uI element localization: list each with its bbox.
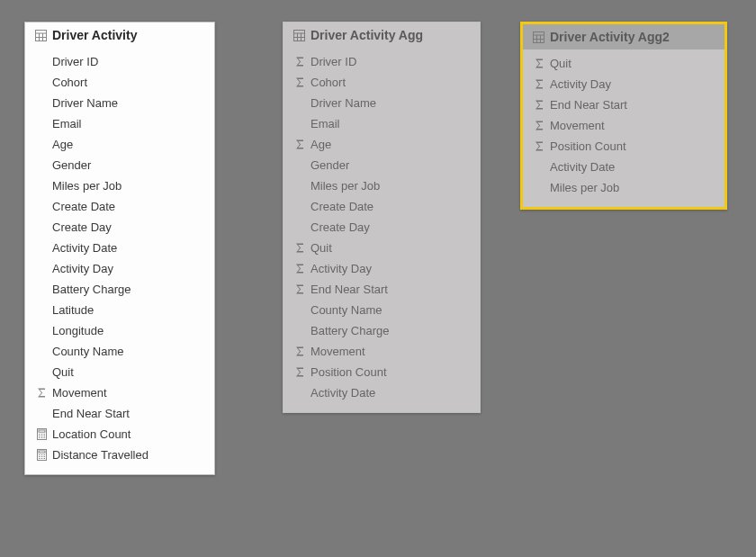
field-label: Movement — [309, 345, 365, 358]
field-row[interactable]: End Near Start — [32, 403, 207, 424]
field-row[interactable]: Battery Charge — [32, 279, 207, 300]
field-row[interactable]: Location Count — [32, 424, 207, 445]
field-row[interactable]: Quit — [530, 53, 717, 74]
field-label: Activity Date — [50, 241, 117, 255]
svg-rect-0 — [35, 30, 46, 40]
table-header[interactable]: Driver Activity Agg — [284, 22, 480, 48]
field-row[interactable]: Age — [291, 134, 472, 155]
sigma-icon — [530, 77, 548, 92]
blank-icon — [291, 324, 309, 338]
field-row[interactable]: Gender — [291, 155, 472, 175]
blank-icon — [291, 303, 309, 318]
field-label: Gender — [309, 158, 349, 172]
field-row[interactable]: Latitude — [32, 300, 207, 320]
field-row[interactable]: Movement — [32, 382, 207, 403]
field-label: Activity Date — [309, 386, 375, 400]
field-label: Cohort — [309, 76, 346, 89]
field-row[interactable]: End Near Start — [530, 94, 717, 115]
field-label: Activity Day — [548, 77, 611, 91]
blank-icon — [32, 158, 50, 173]
field-label: End Near Start — [548, 98, 627, 112]
field-label: Age — [50, 138, 73, 151]
field-row[interactable]: Position Count — [530, 136, 717, 157]
field-label: Movement — [50, 386, 107, 400]
table-header[interactable]: Driver Activity — [25, 22, 214, 48]
field-label: Miles per Job — [309, 179, 380, 193]
field-row[interactable]: County Name — [291, 300, 472, 320]
field-label: Battery Charge — [50, 283, 130, 296]
field-label: Age — [309, 138, 331, 151]
table-card-driver-activity-agg[interactable]: Driver Activity Agg Driver IDCohortDrive… — [283, 22, 481, 413]
field-row[interactable]: Driver Name — [32, 93, 207, 113]
field-row[interactable]: Age — [32, 134, 207, 155]
blank-icon — [530, 181, 548, 195]
field-row[interactable]: Email — [32, 113, 207, 134]
field-row[interactable]: Distance Travelled — [32, 445, 207, 465]
field-label: Quit — [548, 57, 572, 70]
sigma-icon — [291, 365, 309, 380]
sigma-icon — [530, 98, 548, 112]
field-row[interactable]: Driver ID — [291, 51, 472, 72]
model-canvas[interactable]: Driver Activity Driver IDCohortDriver Na… — [0, 0, 756, 557]
sigma-icon — [291, 345, 309, 359]
blank-icon — [291, 220, 309, 235]
table-icon — [32, 28, 49, 42]
sigma-icon — [291, 76, 309, 90]
field-row[interactable]: Create Day — [291, 217, 472, 238]
field-label: Miles per Job — [548, 181, 619, 194]
field-list: QuitActivity DayEnd Near StartMovementPo… — [523, 49, 724, 207]
field-row[interactable]: Miles per Job — [32, 175, 207, 196]
field-row[interactable]: Position Count — [291, 362, 472, 382]
field-row[interactable]: Create Date — [32, 196, 207, 217]
blank-icon — [32, 365, 50, 380]
table-card-driver-activity[interactable]: Driver Activity Driver IDCohortDriver Na… — [24, 22, 215, 475]
blank-icon — [32, 407, 50, 421]
sigma-icon — [530, 139, 548, 154]
field-label: Quit — [309, 241, 332, 255]
field-row[interactable]: Activity Date — [32, 238, 207, 258]
field-row[interactable]: County Name — [32, 341, 207, 362]
field-row[interactable]: Battery Charge — [291, 320, 472, 341]
field-list: Driver IDCohortDriver NameEmailAgeGender… — [25, 48, 214, 474]
field-row[interactable]: Activity Date — [291, 382, 472, 403]
sigma-icon — [291, 283, 309, 297]
field-label: Movement — [548, 119, 605, 132]
blank-icon — [32, 117, 50, 131]
field-row[interactable]: Longitude — [32, 320, 207, 341]
field-label: End Near Start — [50, 407, 130, 420]
field-row[interactable]: Quit — [291, 238, 472, 258]
field-row[interactable]: Miles per Job — [291, 175, 472, 196]
field-label: Cohort — [50, 76, 87, 89]
table-title: Driver Activity Agg — [310, 28, 423, 42]
table-title: Driver Activity Agg2 — [550, 30, 670, 44]
field-row[interactable]: Quit — [32, 362, 207, 382]
blank-icon — [291, 386, 309, 400]
field-row[interactable]: Cohort — [32, 72, 207, 93]
field-row[interactable]: Activity Day — [530, 74, 717, 94]
field-row[interactable]: Driver Name — [291, 93, 472, 113]
field-row[interactable]: Movement — [291, 341, 472, 362]
field-row[interactable]: Driver ID — [32, 51, 207, 72]
blank-icon — [291, 200, 309, 214]
table-card-driver-activity-agg2[interactable]: Driver Activity Agg2 QuitActivity DayEnd… — [520, 22, 727, 210]
field-row[interactable]: Create Date — [291, 196, 472, 217]
field-row[interactable]: Movement — [530, 115, 717, 136]
table-header[interactable]: Driver Activity Agg2 — [523, 24, 724, 49]
blank-icon — [32, 283, 50, 297]
field-row[interactable]: Activity Day — [291, 258, 472, 279]
field-label: Activity Date — [548, 160, 615, 174]
field-row[interactable]: Miles per Job — [530, 177, 717, 198]
field-row[interactable]: Activity Date — [530, 157, 717, 177]
field-label: Gender — [50, 158, 91, 172]
blank-icon — [32, 138, 50, 152]
field-row[interactable]: Cohort — [291, 72, 472, 93]
field-row[interactable]: Email — [291, 113, 472, 134]
table-icon — [530, 30, 546, 44]
field-row[interactable]: Activity Day — [32, 258, 207, 279]
field-row[interactable]: End Near Start — [291, 279, 472, 300]
field-label: Create Day — [309, 220, 370, 234]
field-row[interactable]: Create Day — [32, 217, 207, 238]
blank-icon — [32, 96, 50, 111]
field-row[interactable]: Gender — [32, 155, 207, 175]
field-list: Driver IDCohortDriver NameEmailAgeGender… — [284, 48, 480, 412]
